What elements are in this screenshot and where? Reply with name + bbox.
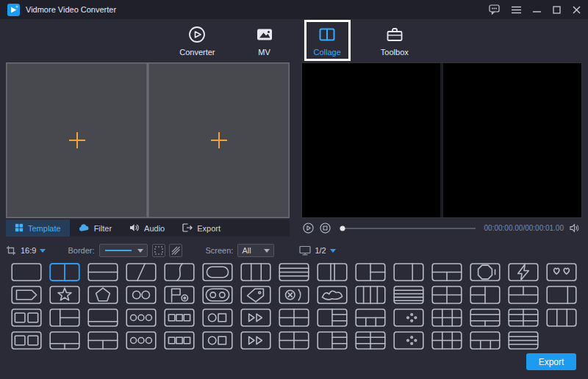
template-star[interactable] xyxy=(49,286,81,304)
menu-icon[interactable] xyxy=(512,4,521,15)
template-squares3[interactable] xyxy=(163,308,196,327)
template-grid33[interactable] xyxy=(431,308,463,327)
filter-cloud-icon xyxy=(79,223,90,234)
border-style-select[interactable] xyxy=(99,244,148,257)
screen-page-icon xyxy=(299,245,311,256)
template-circles3[interactable] xyxy=(125,331,157,350)
template-squares3[interactable] xyxy=(163,331,196,350)
template-sidebarR[interactable] xyxy=(545,286,578,304)
template-dots[interactable] xyxy=(392,331,425,350)
export-arrow-icon xyxy=(182,223,193,234)
template-dots[interactable] xyxy=(392,308,425,327)
template-circsq[interactable] xyxy=(201,331,234,350)
playback-bar: 00:00:00.00/00:00:01.00 xyxy=(301,220,582,237)
template-h2[interactable] xyxy=(87,263,119,281)
template-ffwd[interactable] xyxy=(240,308,272,327)
export-button[interactable]: Export xyxy=(526,353,576,370)
stop-button[interactable] xyxy=(320,223,331,234)
template-v3[interactable] xyxy=(240,263,272,281)
tab-filter[interactable]: Filter xyxy=(70,220,121,237)
template-grid23[interactable] xyxy=(354,331,387,350)
tab-filter-label: Filter xyxy=(94,224,112,233)
seek-thumb[interactable] xyxy=(340,225,345,231)
titlebar: Vidmore Video Converter xyxy=(0,0,588,19)
template-octagon[interactable] xyxy=(469,263,501,281)
preview-cell-1 xyxy=(302,63,440,217)
collage-cell-2[interactable] xyxy=(148,63,289,217)
template-grid23[interactable] xyxy=(507,308,539,327)
volume-icon[interactable] xyxy=(570,223,581,233)
border-width-button[interactable] xyxy=(152,244,165,257)
template-hrows[interactable] xyxy=(507,331,539,350)
template-grid22[interactable] xyxy=(278,331,310,350)
template-bolt[interactable] xyxy=(507,263,539,281)
template-circsq[interactable] xyxy=(201,308,234,327)
tab-toolbox[interactable]: Toolbox xyxy=(371,20,418,61)
template-bstrip[interactable] xyxy=(87,308,119,327)
template-inset[interactable] xyxy=(201,263,234,281)
tab-collage[interactable]: Collage xyxy=(304,20,351,61)
template-curve[interactable] xyxy=(163,263,196,281)
template-t1b2[interactable] xyxy=(87,331,119,350)
tab-template[interactable]: Template xyxy=(6,220,70,237)
template-xcircle[interactable] xyxy=(278,286,310,304)
template-ffwd[interactable] xyxy=(240,331,272,350)
template-v2gap[interactable] xyxy=(316,263,348,281)
close-icon[interactable] xyxy=(573,4,581,15)
template-tag[interactable] xyxy=(240,286,272,304)
screen-select[interactable]: All xyxy=(237,244,274,257)
template-hearts[interactable] xyxy=(545,263,578,281)
template-t2b1[interactable] xyxy=(507,286,539,304)
template-l1r2[interactable] xyxy=(354,263,387,281)
feedback-icon[interactable] xyxy=(489,4,500,15)
template-bstrip2[interactable] xyxy=(49,331,81,350)
vidmore-app-window: Vidmore Video Converter Convert xyxy=(0,0,588,379)
template-diag[interactable] xyxy=(125,263,157,281)
template-l2r1[interactable] xyxy=(469,286,501,304)
preview-panel xyxy=(301,62,582,218)
template-grid22[interactable] xyxy=(278,308,310,327)
template-grid33[interactable] xyxy=(431,331,463,350)
template-gridB2[interactable] xyxy=(354,308,387,327)
template-rect2[interactable] xyxy=(10,308,43,327)
template-circlesinset[interactable] xyxy=(201,286,234,304)
page-dropdown-caret[interactable] xyxy=(330,249,336,253)
ratio-dropdown-caret[interactable] xyxy=(40,249,46,253)
aspect-ratio-value[interactable]: 16:9 xyxy=(21,246,36,255)
play-button[interactable] xyxy=(303,223,314,234)
tab-mv-label: MV xyxy=(258,48,270,57)
template-v3[interactable] xyxy=(545,308,578,327)
template-pentagon[interactable] xyxy=(87,286,119,304)
template-hrows[interactable] xyxy=(278,263,310,281)
template-v2[interactable] xyxy=(49,263,81,281)
template-gridR2[interactable] xyxy=(316,331,348,350)
template-gridB2[interactable] xyxy=(469,331,501,350)
border-color-button[interactable] xyxy=(169,244,182,257)
template-gridR2[interactable] xyxy=(316,308,348,327)
template-v60[interactable] xyxy=(392,263,425,281)
template-waves[interactable] xyxy=(316,286,348,304)
template-ribbon[interactable] xyxy=(10,286,43,304)
audio-speaker-icon xyxy=(129,223,140,234)
template-corner[interactable] xyxy=(49,308,81,327)
minimize-icon[interactable] xyxy=(533,4,541,15)
maximize-icon[interactable] xyxy=(553,4,561,15)
template-t1b2[interactable] xyxy=(431,263,463,281)
template-rect2[interactable] xyxy=(10,331,43,350)
template-rowsRsplit[interactable] xyxy=(469,308,501,327)
seek-slider[interactable] xyxy=(340,228,476,229)
template-circles3[interactable] xyxy=(125,308,157,327)
tab-converter[interactable]: Converter xyxy=(170,20,224,61)
tab-mv[interactable]: MV xyxy=(245,20,284,61)
template-blank[interactable] xyxy=(10,263,43,281)
tab-export[interactable]: Export xyxy=(173,220,229,237)
template-grid22[interactable] xyxy=(431,286,463,304)
tab-audio[interactable]: Audio xyxy=(121,220,173,237)
collage-cell-1[interactable] xyxy=(7,63,147,217)
template-h4[interactable] xyxy=(392,286,425,304)
template-v4[interactable] xyxy=(354,286,387,304)
template-circles2[interactable] xyxy=(125,286,157,304)
template-flaggear[interactable] xyxy=(163,286,196,304)
tab-toolbox-label: Toolbox xyxy=(381,48,409,57)
template-page-indicator: 1/2 xyxy=(315,246,326,255)
